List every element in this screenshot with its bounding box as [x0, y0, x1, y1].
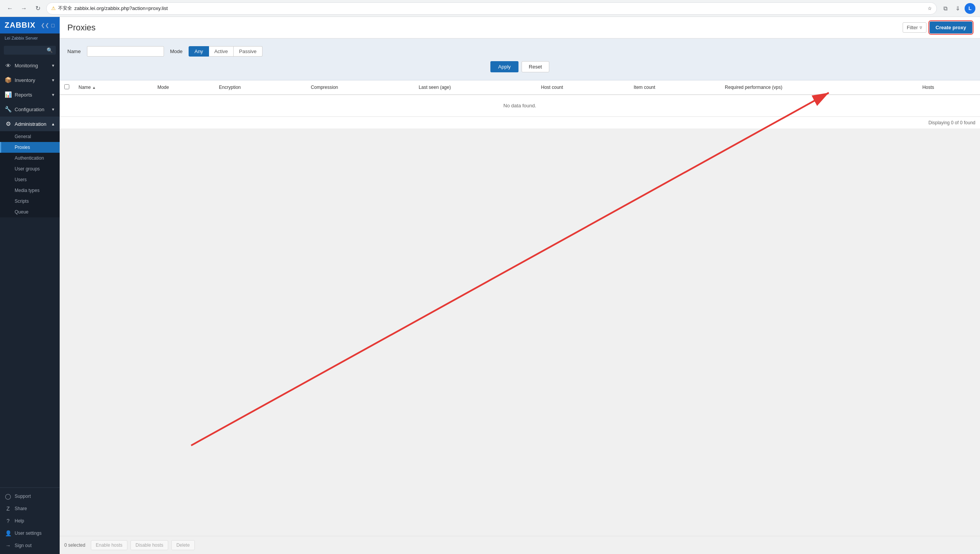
search-icon: 🔍 [47, 47, 53, 53]
downloads-button[interactable]: ⇓ [952, 3, 963, 14]
help-icon: ? [5, 518, 12, 524]
app-container: ZABBIX ❮❮ ◻ Lei Zabbix Server 🔍 👁 Monito… [0, 17, 980, 554]
inventory-icon: 📦 [5, 77, 12, 83]
address-bar[interactable]: ⚠ 不安全 zabbix.lei.org/zabbix.php?action=p… [46, 2, 937, 15]
checkbox-header [60, 80, 74, 95]
browser-actions: ⧉ ⇓ L [940, 3, 975, 14]
compression-column-header: Compression [306, 80, 414, 95]
submenu-item-proxies[interactable]: Proxies [0, 142, 60, 153]
expand-icon[interactable]: ◻ [51, 22, 55, 28]
reset-button[interactable]: Reset [522, 61, 549, 72]
sidebar: ZABBIX ❮❮ ◻ Lei Zabbix Server 🔍 👁 Monito… [0, 17, 60, 554]
security-label: 不安全 [58, 5, 72, 12]
name-column-label: Name [79, 85, 91, 90]
filter-label: Filter [907, 25, 918, 30]
sidebar-item-label: Configuration [15, 107, 44, 112]
sidebar-item-reports[interactable]: 📊 Reports ▼ [0, 87, 60, 102]
support-item[interactable]: ◯ Support [0, 490, 60, 502]
star-icon[interactable]: ☆ [928, 6, 932, 11]
monitoring-icon: 👁 [5, 62, 12, 69]
back-button[interactable]: ← [5, 3, 15, 14]
refresh-button[interactable]: ↻ [32, 3, 43, 14]
submenu-item-users[interactable]: Users [0, 174, 60, 185]
sign-out-item[interactable]: → Sign out [0, 539, 60, 552]
item-count-column-header: Item count [629, 80, 720, 95]
filter-button[interactable]: Filter ▿ [903, 22, 926, 33]
browser-chrome: ← → ↻ ⚠ 不安全 zabbix.lei.org/zabbix.php?ac… [0, 0, 980, 17]
filter-row-name: Name Mode Any Active Passive [67, 46, 972, 57]
chevron-icon: ▲ [51, 122, 55, 126]
sidebar-item-administration[interactable]: ⚙ Administration ▲ [0, 117, 60, 131]
mode-passive-button[interactable]: Passive [234, 46, 263, 57]
chevron-icon: ▼ [51, 63, 55, 68]
mode-active-button[interactable]: Active [209, 46, 234, 57]
sidebar-item-inventory[interactable]: 📦 Inventory ▼ [0, 73, 60, 87]
support-label: Support [15, 494, 31, 499]
apply-button[interactable]: Apply [490, 61, 518, 72]
proxies-table-body: No data found. [60, 95, 980, 117]
sidebar-nav: 👁 Monitoring ▼ 📦 Inventory ▼ 📊 Reports ▼… [0, 58, 60, 487]
share-item[interactable]: Z Share [0, 502, 60, 515]
sidebar-logo: ZABBIX [5, 21, 35, 30]
sidebar-item-label: Monitoring [15, 63, 38, 68]
encryption-column-header: Encryption [214, 80, 306, 95]
mode-any-button[interactable]: Any [189, 46, 209, 57]
chevron-icon: ▼ [51, 107, 55, 112]
no-data-cell: No data found. [60, 95, 980, 117]
last-seen-column-header: Last seen (age) [414, 80, 537, 95]
submenu-item-media-types[interactable]: Media types [0, 185, 60, 196]
top-bar-actions: Filter ▿ Create proxy [903, 22, 972, 33]
sidebar-item-label: Administration [15, 121, 46, 127]
forward-button[interactable]: → [18, 3, 29, 14]
chevron-icon: ▼ [51, 78, 55, 82]
name-column-header[interactable]: Name ▲ [74, 80, 153, 95]
top-bar: Proxies Filter ▿ Create proxy [60, 17, 980, 38]
select-all-checkbox[interactable] [64, 84, 69, 89]
support-icon: ◯ [5, 493, 12, 499]
sidebar-item-configuration[interactable]: 🔧 Configuration ▼ [0, 102, 60, 117]
table-footer: Displaying 0 of 0 found [60, 117, 980, 128]
sidebar-header-icons: ❮❮ ◻ [41, 22, 55, 28]
user-settings-icon: 👤 [5, 530, 12, 536]
filter-actions: Apply Reset [67, 61, 972, 72]
submenu-item-scripts[interactable]: Scripts [0, 196, 60, 207]
sidebar-item-label: Reports [15, 92, 32, 98]
table-wrapper: Name ▲ Mode Encryption Compression Last … [60, 80, 980, 117]
mode-column-header: Mode [153, 80, 214, 95]
mode-group: Any Active Passive [189, 46, 262, 57]
sidebar-search[interactable]: 🔍 [4, 46, 56, 55]
sign-out-label: Sign out [15, 543, 32, 548]
submenu-item-queue[interactable]: Queue [0, 207, 60, 217]
sidebar-header: ZABBIX ❮❮ ◻ [0, 17, 60, 33]
enable-hosts-button[interactable]: Enable hosts [91, 540, 127, 550]
share-icon: Z [5, 506, 12, 512]
disable-hosts-button[interactable]: Disable hosts [130, 540, 168, 550]
help-item[interactable]: ? Help [0, 515, 60, 527]
user-settings-label: User settings [15, 531, 42, 536]
main-content: Proxies Filter ▿ Create proxy [60, 17, 980, 554]
filter-icon: ▿ [920, 25, 922, 30]
page-title: Proxies [67, 23, 95, 33]
search-input[interactable] [7, 48, 47, 53]
submenu-item-general[interactable]: General [0, 131, 60, 142]
submenu-item-user-groups[interactable]: User groups [0, 164, 60, 174]
administration-icon: ⚙ [5, 120, 12, 127]
sign-out-icon: → [5, 542, 12, 549]
administration-submenu: General Proxies Authentication User grou… [0, 131, 60, 217]
chevron-icon: ▼ [51, 93, 55, 97]
extensions-button[interactable]: ⧉ [940, 3, 951, 14]
reports-icon: 📊 [5, 91, 12, 98]
user-settings-item[interactable]: 👤 User settings [0, 527, 60, 539]
create-proxy-button[interactable]: Create proxy [930, 22, 972, 33]
sidebar-item-monitoring[interactable]: 👁 Monitoring ▼ [0, 58, 60, 73]
table-header-row: Name ▲ Mode Encryption Compression Last … [60, 80, 980, 95]
no-data-row: No data found. [60, 95, 980, 117]
share-label: Share [15, 506, 27, 511]
submenu-item-authentication[interactable]: Authentication [0, 153, 60, 164]
profile-button[interactable]: L [965, 3, 975, 14]
delete-button[interactable]: Delete [171, 540, 195, 550]
collapse-icon[interactable]: ❮❮ [41, 22, 49, 28]
name-input[interactable] [87, 46, 164, 57]
sidebar-bottom: ◯ Support Z Share ? Help 👤 User settings… [0, 487, 60, 554]
proxies-table: Name ▲ Mode Encryption Compression Last … [60, 80, 980, 117]
